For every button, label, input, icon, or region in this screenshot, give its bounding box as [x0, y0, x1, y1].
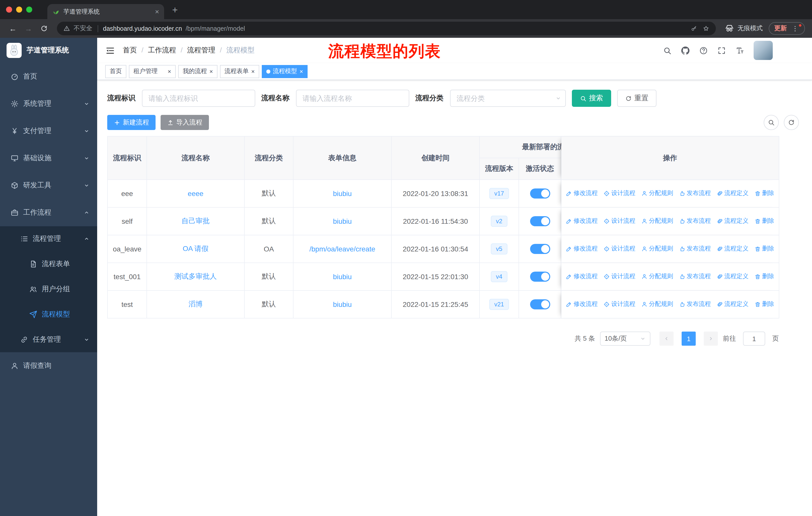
publish-flow-link[interactable]: 发布流程 [679, 300, 711, 309]
reset-button[interactable]: 重置 [617, 90, 657, 107]
refresh-table-button[interactable] [784, 115, 799, 130]
browser-tab[interactable]: 芋道管理系统 × [47, 4, 164, 19]
sidebar-toggle-icon[interactable] [105, 46, 115, 55]
password-key-icon[interactable] [691, 25, 697, 32]
version-badge[interactable]: v5 [491, 243, 507, 254]
delete-link[interactable]: 删除 [754, 189, 774, 198]
sidebar-item-process-model[interactable]: 流程模型 [0, 302, 97, 327]
fullscreen-icon[interactable] [717, 46, 726, 55]
back-button[interactable]: ← [5, 24, 21, 33]
breadcrumb-item[interactable]: 流程管理 [187, 46, 227, 55]
tag-close-x[interactable]: × [209, 68, 213, 74]
form-info-link[interactable]: biubiu [293, 180, 392, 208]
sidebar-item-process-mgmt[interactable]: 流程管理 [0, 226, 97, 251]
tag-close-x[interactable]: × [251, 68, 255, 74]
assign-rule-link[interactable]: 分配规则 [641, 217, 673, 225]
flow-definition-link[interactable]: 流程定义 [717, 300, 749, 309]
goto-page-input[interactable] [743, 332, 765, 346]
process-category-select[interactable] [450, 90, 566, 107]
sidebar-item-payment[interactable]: 支付管理 [0, 117, 97, 145]
github-icon[interactable] [681, 46, 690, 55]
process-name-link[interactable]: eeee [147, 180, 245, 208]
flow-definition-link[interactable]: 流程定义 [717, 245, 749, 253]
process-name-link[interactable]: 滔博 [147, 291, 245, 319]
next-page-button[interactable] [704, 332, 718, 346]
flow-definition-link[interactable]: 流程定义 [717, 217, 749, 225]
bookmark-star-icon[interactable] [703, 25, 709, 32]
active-toggle[interactable] [530, 272, 550, 282]
prev-page-button[interactable] [660, 332, 673, 346]
active-toggle[interactable] [530, 299, 550, 309]
reload-button[interactable] [40, 25, 48, 32]
modify-flow-link[interactable]: 修改流程 [566, 217, 598, 225]
design-flow-link[interactable]: 设计流程 [604, 217, 635, 225]
assign-rule-link[interactable]: 分配规则 [641, 189, 673, 198]
sidebar-item-task-mgmt[interactable]: 任务管理 [0, 327, 97, 352]
publish-flow-link[interactable]: 发布流程 [679, 217, 711, 225]
process-name-link[interactable]: 自己审批 [147, 208, 245, 235]
design-flow-link[interactable]: 设计流程 [604, 189, 635, 198]
modify-flow-link[interactable]: 修改流程 [566, 300, 598, 309]
help-icon[interactable] [699, 46, 708, 55]
sidebar-item-home[interactable]: 首页 [0, 63, 97, 90]
design-flow-link[interactable]: 设计流程 [604, 245, 635, 253]
tag-home[interactable]: 首页 [105, 65, 126, 78]
forward-button[interactable]: → [21, 24, 36, 33]
active-toggle[interactable] [530, 188, 550, 198]
window-minimize-button[interactable] [16, 6, 22, 12]
tag-close-x[interactable]: × [168, 68, 171, 74]
app-logo[interactable]: 芋道管理系统 [0, 38, 97, 63]
close-icon[interactable] [160, 69, 165, 74]
delete-link[interactable]: 删除 [754, 245, 774, 253]
tag-tenant-mgmt[interactable]: 租户管理 × [129, 65, 176, 78]
sidebar-item-workflow[interactable]: 工作流程 [0, 199, 97, 226]
process-name-link[interactable]: 测试多审批人 [147, 263, 245, 291]
flow-definition-link[interactable]: 流程定义 [717, 272, 749, 281]
toggle-search-button[interactable] [764, 115, 779, 130]
active-toggle[interactable] [530, 244, 550, 254]
sidebar-item-infrastructure[interactable]: 基础设施 [0, 145, 97, 172]
form-info-link[interactable]: biubiu [293, 263, 392, 291]
create-flow-button[interactable]: 新建流程 [107, 115, 155, 130]
sidebar-item-leave-query[interactable]: 请假查询 [0, 352, 97, 379]
tag-my-process[interactable]: 我的流程 × [178, 65, 218, 78]
avatar[interactable] [754, 41, 773, 60]
import-flow-button[interactable]: 导入流程 [161, 115, 209, 130]
window-close-button[interactable] [6, 6, 12, 12]
version-badge[interactable]: v21 [489, 299, 509, 310]
form-info-link[interactable]: /bpm/oa/leave/create [293, 235, 392, 263]
version-badge[interactable]: v4 [491, 271, 507, 282]
tag-process-model[interactable]: 流程模型 × [262, 65, 308, 78]
delete-link[interactable]: 删除 [754, 217, 774, 225]
search-icon[interactable] [663, 46, 671, 55]
sidebar-item-user-group[interactable]: 用户分组 [0, 277, 97, 302]
update-chip[interactable]: 更新 ⋮ [769, 22, 805, 35]
delete-link[interactable]: 删除 [754, 272, 774, 281]
window-zoom-button[interactable] [26, 6, 32, 12]
browser-menu-kebab-icon[interactable]: ⋮ [791, 25, 800, 32]
page-number-button[interactable]: 1 [682, 332, 696, 346]
address-bar[interactable]: 不安全 dashboard.yudao.iocoder.cn /bpm/mana… [57, 22, 716, 35]
assign-rule-link[interactable]: 分配规则 [641, 245, 673, 253]
delete-link[interactable]: 删除 [754, 300, 774, 309]
flow-definition-link[interactable]: 流程定义 [717, 189, 749, 198]
publish-flow-link[interactable]: 发布流程 [679, 272, 711, 281]
font-size-icon[interactable] [735, 46, 744, 55]
tag-process-form[interactable]: 流程表单 × [220, 65, 259, 78]
form-info-link[interactable]: biubiu [293, 291, 392, 319]
active-toggle[interactable] [530, 216, 550, 226]
version-badge[interactable]: v17 [489, 188, 509, 199]
new-tab-button[interactable]: + [172, 5, 178, 15]
process-name-input[interactable] [296, 90, 409, 107]
assign-rule-link[interactable]: 分配规则 [641, 272, 673, 281]
publish-flow-link[interactable]: 发布流程 [679, 189, 711, 198]
sidebar-item-devtools[interactable]: 研发工具 [0, 172, 97, 199]
modify-flow-link[interactable]: 修改流程 [566, 189, 598, 198]
process-name-link[interactable]: OA 请假 [147, 235, 245, 263]
page-size-select[interactable]: 10条/页 [600, 332, 650, 346]
design-flow-link[interactable]: 设计流程 [604, 272, 635, 281]
sidebar-item-system[interactable]: 系统管理 [0, 90, 97, 117]
modify-flow-link[interactable]: 修改流程 [566, 272, 598, 281]
process-id-input[interactable] [142, 90, 255, 107]
publish-flow-link[interactable]: 发布流程 [679, 245, 711, 253]
